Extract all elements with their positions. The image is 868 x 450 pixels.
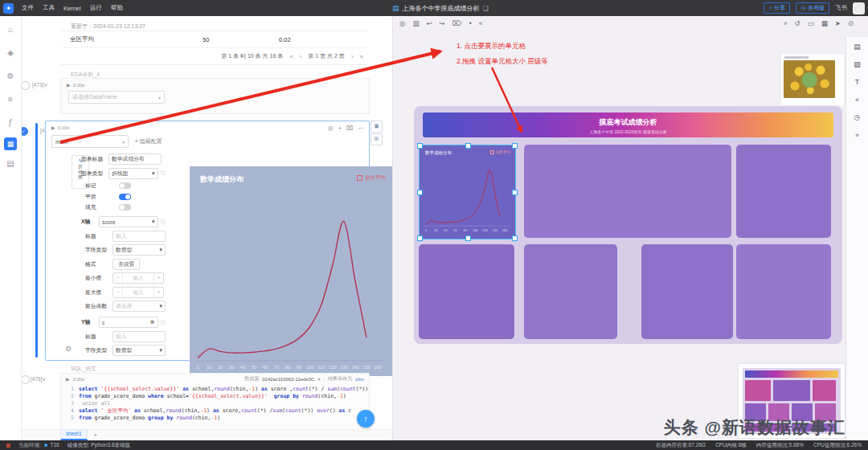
- hide-config-link[interactable]: « 隐藏配置: [135, 137, 162, 145]
- file-icon[interactable]: ▤: [0, 153, 21, 174]
- help-icon[interactable]: ⊙: [848, 19, 854, 27]
- eye-icon[interactable]: ◎: [328, 125, 334, 132]
- more-tools-icon[interactable]: »: [846, 127, 868, 143]
- flower-image[interactable]: [784, 60, 835, 98]
- datasource-value[interactable]: 0242ac110002-11ede3C: [262, 377, 314, 382]
- scroll-top-button[interactable]: ↑: [357, 410, 375, 428]
- resize-handle[interactable]: [417, 143, 423, 149]
- image-asset-card[interactable]: [780, 53, 845, 106]
- dataframe-select[interactable]: math ▾: [51, 135, 129, 148]
- undo-icon[interactable]: ↩: [426, 19, 432, 27]
- menu-file[interactable]: 文件: [22, 4, 34, 12]
- gear-icon[interactable]: ⚙: [65, 345, 72, 353]
- resize-handle[interactable]: [512, 235, 518, 241]
- run-icon[interactable]: ▶: [51, 125, 55, 130]
- app-logo-icon[interactable]: ✦: [3, 3, 14, 14]
- last-page-icon[interactable]: »: [360, 53, 363, 60]
- run-icon[interactable]: ▶: [66, 376, 70, 382]
- y-title-input[interactable]: [113, 331, 166, 342]
- fill-toggle[interactable]: [119, 204, 131, 211]
- publish-button[interactable]: ◷ 发布版: [796, 2, 829, 14]
- resize-handle[interactable]: [417, 190, 423, 195]
- chart-type-select[interactable]: 折线图▾: [108, 168, 158, 179]
- collapse-icon[interactable]: «: [846, 92, 868, 108]
- settings-icon[interactable]: ⚙: [0, 65, 21, 86]
- pin-chart-button[interactable]: ▣: [371, 121, 383, 133]
- dashboard-card[interactable]: [736, 244, 831, 339]
- tags-icon[interactable]: ◈: [0, 42, 21, 63]
- add-icon[interactable]: +: [338, 125, 341, 132]
- text-tool-icon[interactable]: T: [846, 74, 868, 90]
- dashboard-card[interactable]: [524, 145, 731, 238]
- widget-icon[interactable]: ▦: [821, 19, 828, 27]
- add-to-dashboard-button[interactable]: ⊞: [371, 133, 383, 145]
- x-max-stepper[interactable]: −输入+: [113, 287, 164, 298]
- eda-cell[interactable]: ▶ 0.00s 请选择DataFrame ▾: [60, 78, 370, 114]
- panel-divider[interactable]: [392, 16, 393, 440]
- send-icon[interactable]: ➤: [835, 19, 841, 27]
- y-field-select[interactable]: c⊗: [99, 317, 158, 328]
- y-type-select[interactable]: 数值型▾: [113, 345, 166, 356]
- explore-icon[interactable]: ⌂: [0, 18, 21, 39]
- mark-toggle[interactable]: [119, 182, 131, 189]
- chart-cell-radio[interactable]: ✓: [21, 127, 28, 136]
- run-icon[interactable]: ▶: [67, 82, 71, 88]
- history-icon[interactable]: ↺: [795, 19, 800, 27]
- x-type-select[interactable]: 数值型▾: [113, 244, 166, 256]
- code-line[interactable]: 3 union all: [63, 400, 369, 407]
- trash-icon[interactable]: ⌧: [346, 125, 354, 132]
- bookmark-icon[interactable]: ❏: [483, 5, 489, 12]
- clock-icon[interactable]: ◷: [846, 109, 868, 125]
- chart-title-input[interactable]: [108, 153, 162, 165]
- x-format-button[interactable]: 去设置: [113, 259, 140, 270]
- x-field-select[interactable]: score▾: [99, 216, 158, 227]
- x-agg-select[interactable]: 请选择▾: [113, 301, 166, 312]
- dashboard-banner[interactable]: 摸底考试成绩分析 上海各个中学 2022-2023学年 摸底考试分析: [423, 112, 833, 137]
- pattern-icon[interactable]: ▨: [846, 56, 868, 72]
- layout-icon[interactable]: ▥: [412, 19, 419, 27]
- menu-help[interactable]: 帮助: [111, 4, 123, 12]
- prev-page-icon[interactable]: ‹: [300, 53, 302, 60]
- chart-cell[interactable]: ▶ 0.00s ◎ + ⌧ ⋯ math ▾ « 隐藏配置 ∿ 折线图: [45, 121, 370, 361]
- code-line[interactable]: 4select ' 全区平均' as school,round(chin,-1)…: [63, 407, 369, 415]
- sql-cell[interactable]: ▶ 0.00s 数据源 0242ac110002-11ede3C ▾ | 结果保…: [60, 373, 370, 434]
- chart-legend[interactable]: 全区平均: [357, 174, 386, 182]
- resize-handle[interactable]: [512, 190, 518, 195]
- code-line[interactable]: 5from grade_score_demo group by round(ch…: [63, 415, 369, 422]
- resize-handle[interactable]: [465, 143, 471, 149]
- dashboard-card[interactable]: [641, 244, 733, 339]
- menu-run[interactable]: 运行: [90, 4, 102, 12]
- dashboard-card[interactable]: [736, 145, 831, 238]
- code-line[interactable]: 2from grade_score_demo where school='{{s…: [63, 393, 369, 400]
- first-page-icon[interactable]: «: [289, 53, 293, 60]
- dashboard-card-selected[interactable]: 数学成绩分布 全区平均 020406080100120140160: [419, 145, 516, 239]
- template-icon[interactable]: ▤: [846, 39, 868, 55]
- expand-right-icon[interactable]: »: [784, 19, 788, 27]
- menu-tools[interactable]: 工具: [43, 4, 55, 12]
- folder-icon[interactable]: ▭: [808, 19, 814, 27]
- x-title-input[interactable]: [113, 231, 166, 242]
- dashboard-card[interactable]: [419, 244, 514, 339]
- next-page-icon[interactable]: ›: [351, 53, 354, 60]
- menu-kernel[interactable]: Kernel: [63, 5, 81, 12]
- dashboard-icon[interactable]: ▦: [4, 137, 17, 150]
- workspace-label[interactable]: 飞书: [835, 4, 847, 12]
- dashboard-canvas[interactable]: 摸底考试成绩分析 上海各个中学 2022-2023学年 摸底考试分析 数学成绩分…: [414, 106, 842, 344]
- tab-sheet1[interactable]: sheet1: [60, 429, 88, 440]
- more-icon[interactable]: ⋯: [358, 125, 365, 132]
- locate-icon[interactable]: ◎: [399, 19, 405, 27]
- x-min-stepper[interactable]: −输入+: [113, 272, 164, 284]
- redo-icon[interactable]: ↪: [440, 19, 445, 27]
- add-sheet-button[interactable]: +: [94, 431, 98, 440]
- result-save-value[interactable]: chin: [355, 377, 364, 382]
- resize-handle[interactable]: [512, 143, 518, 149]
- erase-icon[interactable]: ⌦: [452, 19, 462, 27]
- share-button[interactable]: ⤴ 分享: [764, 2, 790, 14]
- sql-cell-radio[interactable]: [21, 375, 30, 384]
- code-line[interactable]: 1select '{{school_select.value}}' as sch…: [63, 386, 369, 393]
- function-icon[interactable]: ƒ: [0, 112, 21, 133]
- list-icon[interactable]: ≡: [0, 88, 21, 109]
- sql-editor[interactable]: 1select '{{school_select.value}}' as sch…: [61, 384, 369, 422]
- resize-handle[interactable]: [465, 235, 471, 241]
- smooth-toggle[interactable]: [119, 194, 131, 200]
